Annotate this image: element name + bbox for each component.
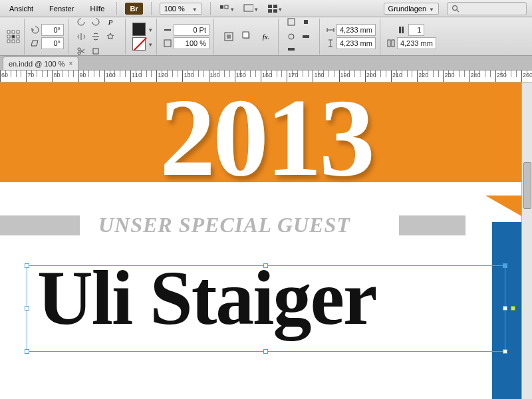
- rotate-ccw-button[interactable]: [75, 16, 87, 28]
- vertical-scrollbar[interactable]: [521, 82, 532, 399]
- zoom-dropdown[interactable]: 100 %: [160, 3, 202, 15]
- wrap-none-button[interactable]: [285, 16, 297, 28]
- svg-point-29: [289, 34, 294, 39]
- svg-line-8: [457, 10, 459, 12]
- selection-handle-mr[interactable]: [503, 306, 507, 311]
- ruler-tick-label: 110: [132, 72, 142, 78]
- auto-fit-button[interactable]: [221, 29, 237, 44]
- ruler-tick-label: 200: [366, 72, 376, 78]
- ruler-tick-label: 130: [184, 72, 194, 78]
- frame-size-group: 4,233 mm 4,233 mm: [323, 19, 380, 55]
- stroke-weight-icon: [164, 26, 172, 34]
- svg-rect-28: [304, 20, 308, 24]
- out-port-handle[interactable]: [511, 306, 515, 311]
- workspace-switcher[interactable]: Grundlagen: [384, 3, 439, 15]
- selection-handle-bl[interactable]: [25, 349, 29, 354]
- svg-rect-33: [402, 27, 404, 33]
- selection-handle-tr[interactable]: [503, 263, 507, 268]
- close-icon[interactable]: ×: [69, 60, 73, 67]
- fx-button[interactable]: fx.: [258, 29, 274, 44]
- selection-handle-br[interactable]: [503, 349, 507, 354]
- columns-group: 1 4,233 mm: [383, 19, 440, 55]
- text-frame-selection[interactable]: [27, 265, 505, 352]
- ruler-tick-label: 230: [444, 72, 454, 78]
- shear-icon: [31, 39, 39, 47]
- drop-shadow-button[interactable]: [239, 29, 255, 44]
- selection-handle-ml[interactable]: [25, 306, 29, 311]
- svg-rect-34: [388, 40, 390, 47]
- ruler-tick-label: 140: [210, 72, 220, 78]
- wrap-around-bbox-button[interactable]: [300, 16, 312, 28]
- selection-handle-tl[interactable]: [25, 263, 29, 268]
- arrange-docs-button[interactable]: [267, 1, 283, 16]
- fill-swatch[interactable]: [132, 23, 146, 36]
- document-tab-strip: en.indd @ 100 % ×: [0, 56, 532, 70]
- misc-tool-button[interactable]: [90, 45, 102, 57]
- star-tool-button[interactable]: [104, 31, 116, 43]
- path-type-button[interactable]: P: [104, 16, 116, 28]
- gutter-field[interactable]: 4,233 mm: [397, 37, 436, 49]
- ruler-tick-label: 260: [523, 72, 532, 78]
- svg-rect-22: [164, 40, 171, 47]
- svg-rect-24: [227, 35, 231, 39]
- ruler-tick-label: 160: [262, 72, 272, 78]
- wrap-jump-next-button[interactable]: [285, 45, 297, 57]
- menu-fenster[interactable]: Fenster: [45, 2, 78, 15]
- view-options-button[interactable]: [219, 1, 235, 16]
- columns-field[interactable]: 1: [408, 24, 424, 36]
- search-input[interactable]: [447, 2, 527, 15]
- grid-icon: [267, 3, 277, 14]
- ruler-tick-label: 90: [80, 72, 86, 78]
- chevron-down-icon: [192, 5, 198, 13]
- scrollbar-thumb[interactable]: [523, 162, 531, 209]
- svg-point-7: [453, 5, 458, 10]
- control-toolbar: 0° 0° P 0 Pt 100 %: [0, 17, 532, 56]
- wrap-around-shape-button[interactable]: [285, 31, 297, 43]
- scissors-button[interactable]: [75, 45, 87, 57]
- wrap-jump-button[interactable]: [300, 31, 312, 43]
- chevron-down-icon: [429, 5, 434, 13]
- svg-rect-30: [303, 35, 309, 38]
- reference-point-grid[interactable]: [7, 30, 20, 43]
- year-text: 2013: [160, 82, 372, 201]
- rotation-field[interactable]: 0°: [41, 24, 64, 36]
- horizontal-ruler[interactable]: 6070809010011012013014015016017018019020…: [0, 70, 532, 82]
- flip-h-button[interactable]: [75, 31, 87, 43]
- transform-tools-group: P: [71, 19, 126, 55]
- width-icon: [327, 26, 334, 34]
- svg-rect-10: [12, 31, 15, 33]
- document-tab[interactable]: en.indd @ 100 % ×: [3, 57, 78, 70]
- effects-group: fx.: [217, 19, 279, 55]
- menu-ansicht[interactable]: Ansicht: [5, 2, 37, 15]
- separator: [210, 2, 211, 15]
- shear-field[interactable]: 0°: [41, 37, 64, 49]
- wrap-group: [281, 19, 320, 55]
- menu-hilfe[interactable]: Hilfe: [86, 2, 108, 15]
- width-field[interactable]: 4,233 mm: [336, 24, 376, 36]
- ruler-tick-label: 250: [497, 72, 507, 78]
- svg-rect-32: [399, 27, 401, 33]
- stroke-swatch-none[interactable]: [132, 37, 146, 51]
- bridge-badge[interactable]: Br: [125, 3, 142, 15]
- workspace-label: Grundlagen: [388, 5, 427, 13]
- svg-rect-14: [17, 35, 19, 38]
- selection-handle-tc[interactable]: [263, 263, 268, 268]
- separator: [151, 2, 152, 15]
- flip-v-button[interactable]: [90, 31, 102, 43]
- svg-rect-1: [225, 5, 228, 9]
- svg-rect-13: [12, 35, 15, 38]
- separator: [116, 2, 117, 15]
- stroke-weight-field[interactable]: 0 Pt: [174, 24, 209, 36]
- selection-handle-bc[interactable]: [263, 349, 268, 354]
- ruler-tick-label: 70: [27, 72, 34, 78]
- gutter-icon: [387, 39, 395, 47]
- squares-icon: [219, 3, 229, 14]
- rotate-cw-button[interactable]: [90, 16, 102, 28]
- svg-rect-12: [7, 35, 10, 38]
- chevron-down-icon: [253, 5, 258, 13]
- scale-percent-field[interactable]: 100 %: [174, 37, 209, 49]
- canvas[interactable]: 2013 UNSER SPECIAL GUEST Uli Staiger: [0, 82, 532, 399]
- screen-mode-button[interactable]: [243, 1, 259, 16]
- height-field[interactable]: 4,233 mm: [336, 37, 376, 49]
- ruler-tick-label: 170: [288, 72, 298, 78]
